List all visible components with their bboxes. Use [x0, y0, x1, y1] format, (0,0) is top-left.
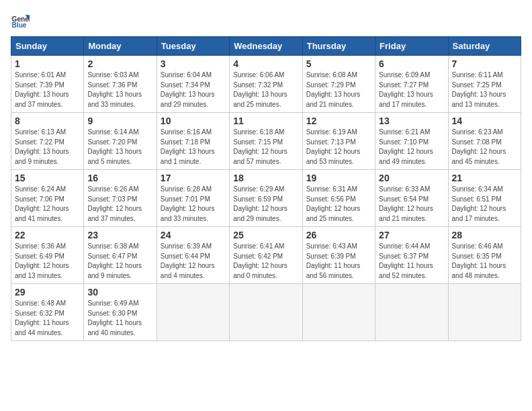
- calendar-cell: 20Sunrise: 6:33 AMSunset: 6:54 PMDayligh…: [375, 170, 448, 227]
- day-info: Sunrise: 6:31 AMSunset: 6:56 PMDaylight:…: [306, 185, 371, 224]
- calendar-cell: 25Sunrise: 6:41 AMSunset: 6:42 PMDayligh…: [230, 227, 302, 284]
- calendar-cell: 29Sunrise: 6:48 AMSunset: 6:32 PMDayligh…: [11, 284, 84, 341]
- day-header-monday: Monday: [84, 37, 157, 56]
- day-header-thursday: Thursday: [302, 37, 375, 56]
- calendar-cell: [157, 284, 229, 341]
- svg-text:Blue: Blue: [12, 21, 27, 29]
- calendar-cell: 1Sunrise: 6:01 AMSunset: 7:39 PMDaylight…: [11, 56, 84, 113]
- day-info: Sunrise: 6:01 AMSunset: 7:39 PMDaylight:…: [15, 71, 80, 109]
- calendar-cell: 9Sunrise: 6:14 AMSunset: 7:20 PMDaylight…: [84, 113, 157, 170]
- calendar-cell: 21Sunrise: 6:34 AMSunset: 6:51 PMDayligh…: [448, 170, 521, 227]
- day-number: 18: [233, 173, 298, 183]
- day-info: Sunrise: 6:14 AMSunset: 7:20 PMDaylight:…: [87, 128, 152, 167]
- day-number: 3: [161, 58, 226, 69]
- day-info: Sunrise: 6:43 AMSunset: 6:39 PMDaylight:…: [306, 242, 371, 281]
- calendar-cell: [302, 284, 375, 341]
- calendar-cell: [375, 284, 448, 341]
- day-info: Sunrise: 6:41 AMSunset: 6:42 PMDaylight:…: [233, 242, 298, 281]
- day-number: 1: [15, 58, 80, 69]
- day-number: 21: [452, 173, 517, 183]
- day-number: 15: [15, 173, 80, 183]
- day-number: 13: [379, 116, 444, 126]
- day-info: Sunrise: 6:24 AMSunset: 7:06 PMDaylight:…: [15, 185, 80, 224]
- calendar-cell: 2Sunrise: 6:03 AMSunset: 7:36 PMDaylight…: [84, 56, 157, 113]
- calendar-cell: 6Sunrise: 6:09 AMSunset: 7:27 PMDaylight…: [375, 56, 448, 113]
- day-number: 10: [161, 116, 226, 126]
- day-number: 29: [15, 287, 80, 298]
- calendar-cell: 16Sunrise: 6:26 AMSunset: 7:03 PMDayligh…: [84, 170, 157, 227]
- day-info: Sunrise: 6:13 AMSunset: 7:22 PMDaylight:…: [15, 128, 80, 167]
- calendar-cell: 19Sunrise: 6:31 AMSunset: 6:56 PMDayligh…: [302, 170, 375, 227]
- day-info: Sunrise: 6:39 AMSunset: 6:44 PMDaylight:…: [161, 242, 226, 281]
- day-number: 19: [306, 173, 371, 183]
- day-info: Sunrise: 6:28 AMSunset: 7:01 PMDaylight:…: [161, 185, 226, 224]
- calendar-cell: 3Sunrise: 6:04 AMSunset: 7:34 PMDaylight…: [157, 56, 229, 113]
- day-header-wednesday: Wednesday: [230, 37, 302, 56]
- day-info: Sunrise: 6:48 AMSunset: 6:32 PMDaylight:…: [15, 299, 80, 338]
- calendar-cell: 15Sunrise: 6:24 AMSunset: 7:06 PMDayligh…: [11, 170, 84, 227]
- day-info: Sunrise: 6:36 AMSunset: 6:49 PMDaylight:…: [15, 242, 80, 281]
- logo-icon: General Blue: [11, 11, 30, 30]
- calendar-cell: 8Sunrise: 6:13 AMSunset: 7:22 PMDaylight…: [11, 113, 84, 170]
- day-info: Sunrise: 6:21 AMSunset: 7:10 PMDaylight:…: [379, 128, 444, 167]
- day-number: 9: [87, 116, 152, 126]
- day-info: Sunrise: 6:33 AMSunset: 6:54 PMDaylight:…: [379, 185, 444, 224]
- calendar-cell: 23Sunrise: 6:38 AMSunset: 6:47 PMDayligh…: [84, 227, 157, 284]
- day-info: Sunrise: 6:11 AMSunset: 7:25 PMDaylight:…: [452, 71, 517, 109]
- calendar-cell: 5Sunrise: 6:08 AMSunset: 7:29 PMDaylight…: [302, 56, 375, 113]
- day-number: 22: [15, 230, 80, 240]
- day-number: 11: [233, 116, 298, 126]
- calendar-cell: 11Sunrise: 6:18 AMSunset: 7:15 PMDayligh…: [230, 113, 302, 170]
- day-info: Sunrise: 6:44 AMSunset: 6:37 PMDaylight:…: [379, 242, 444, 281]
- day-number: 12: [306, 116, 371, 126]
- day-info: Sunrise: 6:16 AMSunset: 7:18 PMDaylight:…: [161, 128, 226, 167]
- day-info: Sunrise: 6:26 AMSunset: 7:03 PMDaylight:…: [87, 185, 152, 224]
- day-number: 27: [379, 230, 444, 240]
- day-number: 2: [87, 58, 152, 69]
- day-number: 8: [15, 116, 80, 126]
- calendar-cell: 27Sunrise: 6:44 AMSunset: 6:37 PMDayligh…: [375, 227, 448, 284]
- day-number: 16: [87, 173, 152, 183]
- day-info: Sunrise: 6:38 AMSunset: 6:47 PMDaylight:…: [87, 242, 152, 281]
- day-number: 17: [161, 173, 226, 183]
- day-info: Sunrise: 6:09 AMSunset: 7:27 PMDaylight:…: [379, 71, 444, 109]
- day-info: Sunrise: 6:08 AMSunset: 7:29 PMDaylight:…: [306, 71, 371, 109]
- calendar-cell: 18Sunrise: 6:29 AMSunset: 6:59 PMDayligh…: [230, 170, 302, 227]
- calendar-table: SundayMondayTuesdayWednesdayThursdayFrid…: [11, 36, 521, 341]
- calendar-cell: 13Sunrise: 6:21 AMSunset: 7:10 PMDayligh…: [375, 113, 448, 170]
- day-info: Sunrise: 6:49 AMSunset: 6:30 PMDaylight:…: [87, 299, 152, 338]
- calendar-cell: [448, 284, 521, 341]
- day-header-sunday: Sunday: [11, 37, 84, 56]
- day-info: Sunrise: 6:29 AMSunset: 6:59 PMDaylight:…: [233, 185, 298, 224]
- day-number: 14: [452, 116, 517, 126]
- calendar-cell: 24Sunrise: 6:39 AMSunset: 6:44 PMDayligh…: [157, 227, 229, 284]
- day-number: 6: [379, 58, 444, 69]
- day-info: Sunrise: 6:04 AMSunset: 7:34 PMDaylight:…: [161, 71, 226, 109]
- calendar-cell: 17Sunrise: 6:28 AMSunset: 7:01 PMDayligh…: [157, 170, 229, 227]
- day-info: Sunrise: 6:06 AMSunset: 7:32 PMDaylight:…: [233, 71, 298, 109]
- page-header: General Blue: [11, 11, 521, 30]
- calendar-cell: 30Sunrise: 6:49 AMSunset: 6:30 PMDayligh…: [84, 284, 157, 341]
- day-info: Sunrise: 6:46 AMSunset: 6:35 PMDaylight:…: [452, 242, 517, 281]
- day-number: 30: [87, 287, 152, 298]
- calendar-cell: [230, 284, 302, 341]
- calendar-cell: 10Sunrise: 6:16 AMSunset: 7:18 PMDayligh…: [157, 113, 229, 170]
- calendar-cell: 14Sunrise: 6:23 AMSunset: 7:08 PMDayligh…: [448, 113, 521, 170]
- day-number: 7: [452, 58, 517, 69]
- day-info: Sunrise: 6:23 AMSunset: 7:08 PMDaylight:…: [452, 128, 517, 167]
- calendar-cell: 26Sunrise: 6:43 AMSunset: 6:39 PMDayligh…: [302, 227, 375, 284]
- day-number: 5: [306, 58, 371, 69]
- day-header-friday: Friday: [375, 37, 448, 56]
- day-number: 25: [233, 230, 298, 240]
- day-info: Sunrise: 6:03 AMSunset: 7:36 PMDaylight:…: [87, 71, 152, 109]
- calendar-cell: 22Sunrise: 6:36 AMSunset: 6:49 PMDayligh…: [11, 227, 84, 284]
- logo: General Blue: [11, 11, 30, 30]
- day-number: 26: [306, 230, 371, 240]
- day-number: 24: [161, 230, 226, 240]
- day-info: Sunrise: 6:18 AMSunset: 7:15 PMDaylight:…: [233, 128, 298, 167]
- day-number: 20: [379, 173, 444, 183]
- day-header-tuesday: Tuesday: [157, 37, 229, 56]
- day-info: Sunrise: 6:34 AMSunset: 6:51 PMDaylight:…: [452, 185, 517, 224]
- day-info: Sunrise: 6:19 AMSunset: 7:13 PMDaylight:…: [306, 128, 371, 167]
- day-number: 28: [452, 230, 517, 240]
